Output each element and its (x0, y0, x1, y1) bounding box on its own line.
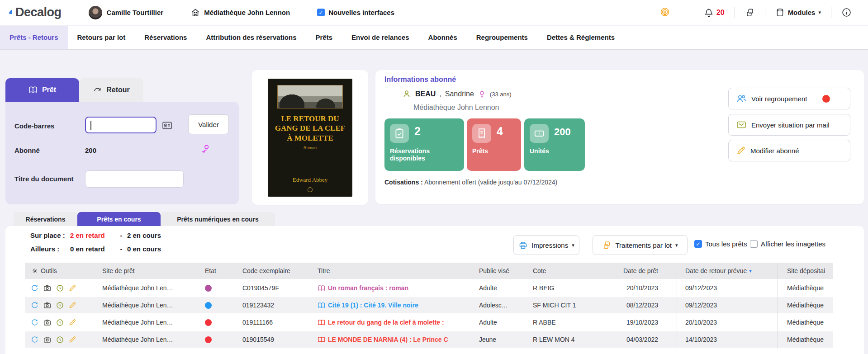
history-clock-icon[interactable] (56, 284, 64, 293)
person-remove-icon[interactable] (200, 143, 212, 155)
batch-dropdown-button[interactable]: Traitements par lot ▾ (593, 235, 688, 255)
header-deposit-site[interactable]: Site dépositai (787, 263, 832, 279)
cell-audience: Adolesc… (479, 297, 508, 313)
header-due-date[interactable]: Date de retour prévue ▾ (685, 263, 752, 279)
current-library[interactable]: Médiathèque John Lennon (190, 8, 290, 18)
new-interfaces-toggle[interactable]: Nouvelles interfaces (317, 9, 394, 16)
header-title[interactable]: Titre (318, 263, 330, 279)
info-icon[interactable] (841, 7, 852, 18)
renew-icon[interactable] (30, 318, 39, 327)
status-onsite-late: 2 en retard (70, 231, 115, 239)
nav-tab-relances[interactable]: Envoi de relances (342, 26, 419, 49)
status-onsite: Sur place : 2 en retard - 2 en cours (30, 231, 161, 239)
female-icon (478, 90, 486, 99)
modules-menu[interactable]: Modules ▾ (775, 8, 821, 17)
id-card-icon[interactable] (161, 120, 173, 131)
history-clock-icon[interactable] (56, 318, 64, 327)
loans-panel: Sur place : 2 en retard - 2 en cours Ail… (5, 226, 864, 354)
history-clock-icon[interactable] (56, 335, 64, 344)
patron-last-name: BEAU (415, 90, 436, 98)
cell-title[interactable]: Le retour du gang de la clef à molette : (318, 314, 444, 330)
table-row[interactable]: Médiathèque John Len… 019123432 Cité 19 … (25, 297, 833, 313)
tab-retour[interactable]: Retour (79, 78, 143, 102)
loans-table-header: Outils Site de prêt Etat Code exemplaire… (25, 263, 833, 279)
notifications-button[interactable]: 20 (704, 8, 725, 18)
nav-tab-abonnes[interactable]: Abonnés (419, 26, 467, 49)
print-dropdown-button[interactable]: Impressions ▾ (513, 235, 579, 255)
cell-deposit-site: Médiathèque (787, 297, 832, 313)
loans-tab-reservations[interactable]: Réservations (14, 212, 77, 226)
header-callnum[interactable]: Cote (533, 263, 546, 279)
print-label: Impressions (531, 241, 568, 249)
renew-icon[interactable] (30, 335, 39, 344)
view-group-button[interactable]: Voir regroupement (728, 88, 850, 109)
camera-icon[interactable] (43, 301, 52, 310)
nav-tab-prets-retours[interactable]: Prêts - Retours (0, 26, 68, 49)
show-thumbnails-toggle[interactable]: Afficher les imagettes (750, 240, 825, 248)
all-loans-toggle[interactable]: Tous les prêts (694, 240, 747, 248)
validate-button[interactable]: Valider (188, 114, 229, 134)
header-actions: 20 Modules ▾ (659, 7, 852, 18)
nav-tab-retours-par-lot[interactable]: Retours par lot (68, 26, 135, 49)
current-user[interactable]: Camille Tourtillier (89, 6, 164, 19)
nav-tab-dettes[interactable]: Dettes & Règlements (537, 26, 624, 49)
stat-card-unites[interactable]: 200 Unités (524, 118, 585, 171)
people-icon (736, 93, 747, 104)
ticket-icon (530, 124, 549, 143)
table-row[interactable]: Médiathèque John Len… 019015549 LE MONDE… (25, 331, 833, 348)
camera-icon[interactable] (43, 284, 52, 293)
history-clock-icon[interactable] (56, 301, 64, 310)
loans-tab-prets-en-cours[interactable]: Prêts en cours (77, 212, 161, 226)
show-thumbnails-checkbox[interactable] (750, 240, 758, 248)
header-audience[interactable]: Public visé (479, 263, 509, 279)
cell-title[interactable]: LE MONDE DE NARNIA (4) : Le Prince C (318, 331, 448, 348)
header-loan-date[interactable]: Date de prêt (586, 263, 658, 279)
camera-icon[interactable] (43, 318, 52, 327)
status-onsite-label: Sur place : (30, 231, 70, 239)
header-state[interactable]: Etat (205, 263, 216, 279)
row-actions (30, 297, 76, 313)
cell-title[interactable]: Cité 19 (1) : Cité 19. Ville noire (318, 297, 418, 313)
header-site[interactable]: Site de prêt (102, 263, 135, 279)
clipboard-check-icon (390, 124, 409, 143)
stat-card-prets[interactable]: 4 Prêts (467, 118, 521, 171)
patron-identity: BEAU, Sandrine (33 ans) (402, 89, 512, 99)
table-row[interactable]: Médiathèque John Len… C01904579F Un roma… (25, 280, 833, 296)
beacon-icon[interactable] (659, 7, 670, 18)
header-code[interactable]: Code exemplaire (242, 263, 290, 279)
tab-pret[interactable]: Prêt (5, 78, 79, 102)
divider (765, 7, 765, 18)
stat-card-reservations[interactable]: 2 Réservations disponibles (384, 118, 464, 171)
camera-icon[interactable] (43, 335, 52, 344)
cell-audience: Jeune (479, 331, 496, 348)
loans-tab-prets-numeriques[interactable]: Prêts numériques en cours (161, 212, 275, 226)
new-interfaces-checkbox[interactable] (317, 9, 325, 16)
doc-title-input[interactable] (85, 170, 184, 188)
header-tools[interactable]: Outils (31, 263, 57, 279)
all-loans-label: Tous les prêts (705, 240, 747, 248)
cell-code: 019015549 (242, 331, 274, 348)
pencil-icon[interactable] (68, 284, 76, 292)
cotisations-line: Cotisations : Abonnement offert (valide … (384, 179, 557, 186)
pencil-icon[interactable] (68, 301, 76, 309)
nav-tab-prets[interactable]: Prêts (306, 26, 342, 49)
pencil-icon[interactable] (68, 335, 76, 344)
nav-tab-attribution[interactable]: Attribution des réservations (196, 26, 306, 49)
pencil-icon[interactable] (68, 318, 76, 326)
user-avatar (89, 6, 102, 19)
all-loans-checkbox[interactable] (694, 240, 702, 248)
barcode-label: Code-barres (14, 122, 54, 130)
links-icon[interactable] (745, 8, 755, 18)
edit-patron-button[interactable]: Modifier abonné (728, 140, 850, 161)
barcode-input[interactable] (85, 117, 157, 133)
nav-tab-reservations[interactable]: Réservations (135, 26, 196, 49)
renew-icon[interactable] (30, 284, 39, 293)
table-row[interactable]: Médiathèque John Len… 019111166 Le retou… (25, 314, 833, 330)
send-mail-button[interactable]: Envoyer situation par mail (728, 114, 850, 136)
renew-icon[interactable] (30, 301, 39, 310)
cell-state (205, 280, 212, 296)
receipt-icon (472, 124, 491, 143)
cell-title[interactable]: Un roman français : roman (318, 280, 408, 296)
app-logo: Decalog (8, 5, 62, 19)
nav-tab-regroupements[interactable]: Regroupements (467, 26, 537, 49)
